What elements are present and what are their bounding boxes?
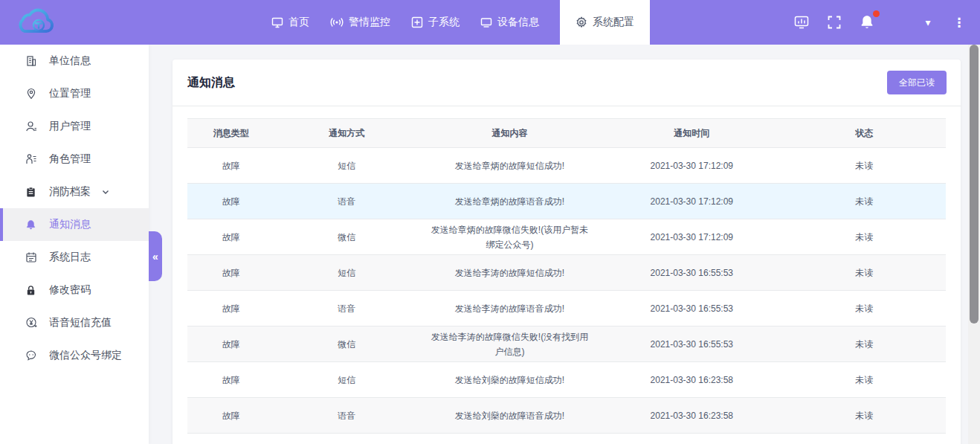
caret-down-icon[interactable]: ▾ xyxy=(919,13,937,31)
cell-content: 发送给章炳的故障短信成功! xyxy=(419,148,601,184)
sidebar-item-notifications[interactable]: 通知消息 xyxy=(0,208,149,241)
sidebar-item-fire-archives[interactable]: 消防档案 xyxy=(0,176,149,208)
cell-time: 2021-03-30 16:23:58 xyxy=(601,362,783,398)
sidebar-item-users[interactable]: 用户管理 xyxy=(0,110,149,143)
nav-item-label: 系统配置 xyxy=(593,16,634,29)
sidebar-item-system-log[interactable]: 系统日志 xyxy=(0,241,149,274)
subsystem-grid-icon xyxy=(411,16,423,28)
sidebar-item-label: 单位信息 xyxy=(49,54,91,68)
cell-status: 未读 xyxy=(783,326,946,362)
mark-all-read-button[interactable]: 全部已读 xyxy=(887,71,947,94)
role-user-icon xyxy=(25,153,37,166)
cell-content: 发送给刘燊的故障短信成功! xyxy=(419,362,601,398)
sidebar-item-label: 微信公众号绑定 xyxy=(49,349,122,362)
nav-item-alarm-monitor[interactable]: 警情监控 xyxy=(330,0,390,45)
cell-type: 故障 xyxy=(187,255,274,291)
cell-method: 微信 xyxy=(274,219,419,255)
cell-type: 故障 xyxy=(187,398,274,434)
cell-method: 微信 xyxy=(274,326,419,362)
notification-dot xyxy=(873,10,880,17)
table-header-row: 消息类型 通知方式 通知内容 通知时间 状态 xyxy=(187,119,946,148)
dashboard-screen-icon[interactable] xyxy=(793,13,810,31)
cell-content: 发送给章炳的故障微信失败!(该用户暂未绑定公众号) xyxy=(419,219,601,255)
col-header-notify-content: 通知内容 xyxy=(419,119,601,148)
cell-type: 故障 xyxy=(187,291,274,326)
page-scrollbar-thumb[interactable] xyxy=(970,45,979,324)
clipboard-icon xyxy=(25,186,37,199)
card-header: 通知消息 全部已读 xyxy=(173,59,961,106)
nav-item-subsystem[interactable]: 子系统 xyxy=(411,0,460,45)
nav-item-label: 首页 xyxy=(288,16,309,29)
notifications-card: 通知消息 全部已读 消息类型 通知方式 通知内容 通知时间 状态 故障 xyxy=(173,59,961,444)
nav-item-device-info[interactable]: 设备信息 xyxy=(480,0,539,45)
sidebar-item-change-password[interactable]: 修改密码 xyxy=(0,274,149,306)
page-scrollbar-track[interactable] xyxy=(968,45,980,444)
table-row[interactable]: 故障 语音 发送给刘燊的故障语音成功! 2021-03-30 16:23:58 … xyxy=(187,398,946,434)
table-row[interactable]: 故障 微信 发送给李涛的故障微信失败!(没有找到用户信息) 2021-03-30… xyxy=(187,326,946,362)
cell-method: 短信 xyxy=(274,255,419,291)
cell-content: 发送给刘燊的故障语音成功! xyxy=(419,398,601,434)
nav-item-label: 子系统 xyxy=(428,16,460,29)
cell-content: 发送给李涛的故障语音成功! xyxy=(419,291,601,326)
cell-content: 发送给李涛的故障短信成功! xyxy=(419,255,601,291)
table-row[interactable]: 故障 语音 发送给章炳的故障语音成功! 2021-03-30 17:12:09 … xyxy=(187,184,946,219)
sidebar-item-wechat-binding[interactable]: 微信公众号绑定 xyxy=(0,339,149,372)
cell-method: 语音 xyxy=(274,398,419,434)
sidebar-item-label: 角色管理 xyxy=(49,152,91,166)
cell-time: 2021-03-30 16:55:53 xyxy=(601,326,783,362)
cell-status: 未读 xyxy=(783,184,946,219)
gear-icon xyxy=(576,16,587,28)
table-row[interactable]: 故障 微信 发送给章炳的故障微信失败!(该用户暂未绑定公众号) 2021-03-… xyxy=(187,219,946,255)
sidebar-item-roles[interactable]: 角色管理 xyxy=(0,143,149,176)
more-vertical-icon[interactable]: ⋮ xyxy=(950,13,968,31)
nav-item-label: 设备信息 xyxy=(497,16,539,29)
table-row-partial xyxy=(187,434,946,444)
table-row[interactable]: 故障 短信 发送给刘燊的故障短信成功! 2021-03-30 16:23:58 … xyxy=(187,362,946,398)
cell-status: 未读 xyxy=(783,398,946,434)
bell-icon xyxy=(25,219,37,231)
sidebar-item-location[interactable]: 位置管理 xyxy=(0,77,149,110)
cell-method: 短信 xyxy=(274,148,419,184)
sidebar-item-label: 用户管理 xyxy=(49,120,91,133)
cell-status: 未读 xyxy=(783,148,946,184)
fullscreen-icon[interactable] xyxy=(825,13,843,31)
cell-status: 未读 xyxy=(783,255,946,291)
cell-type: 故障 xyxy=(187,219,274,255)
sidebar-item-voice-sms-recharge[interactable]: 语音短信充值 xyxy=(0,306,149,339)
cell-type: 故障 xyxy=(187,148,274,184)
sidebar-item-unit-info[interactable]: 单位信息 xyxy=(0,45,149,77)
cell-time: 2021-03-30 16:23:58 xyxy=(601,398,783,434)
home-monitor-icon xyxy=(271,16,283,28)
nav-item-label: 警情监控 xyxy=(349,16,390,29)
cell-type: 故障 xyxy=(187,362,274,398)
chevron-down-icon[interactable] xyxy=(101,187,110,196)
bell-icon[interactable] xyxy=(858,13,876,31)
sidebar-item-label: 消防档案 xyxy=(49,185,91,199)
broadcast-icon xyxy=(330,16,344,28)
page-title: 通知消息 xyxy=(187,75,235,91)
cell-time: 2021-03-30 17:12:09 xyxy=(601,184,783,219)
table-row[interactable]: 故障 短信 发送给李涛的故障短信成功! 2021-03-30 16:55:53 … xyxy=(187,255,946,291)
cell-time: 2021-03-30 17:12:09 xyxy=(601,148,783,184)
notifications-table-wrap: 消息类型 通知方式 通知内容 通知时间 状态 故障 短信 发送给章炳的故障短信成… xyxy=(173,106,961,444)
cell-method: 语音 xyxy=(274,184,419,219)
wechat-chat-icon xyxy=(25,350,37,362)
cell-method: 语音 xyxy=(274,291,419,326)
nav-item-system-config[interactable]: 系统配置 xyxy=(560,0,650,45)
device-screen-icon xyxy=(480,16,492,28)
user-icon xyxy=(25,120,37,133)
cell-status: 未读 xyxy=(783,219,946,255)
table-row[interactable]: 故障 语音 发送给李涛的故障语音成功! 2021-03-30 16:55:53 … xyxy=(187,291,946,326)
sidebar-item-label: 通知消息 xyxy=(49,218,91,231)
log-calendar-icon xyxy=(25,251,37,264)
cell-content: 发送给李涛的故障微信失败!(没有找到用户信息) xyxy=(419,326,601,362)
location-pin-icon xyxy=(25,88,37,100)
col-header-message-type: 消息类型 xyxy=(187,119,274,148)
top-navbar: 首页 警情监控 子系统 xyxy=(0,0,980,45)
sidebar: 单位信息 位置管理 用户管理 角色管理 xyxy=(0,45,149,444)
cloud-t-logo-icon[interactable] xyxy=(15,7,97,37)
nav-item-home[interactable]: 首页 xyxy=(271,0,309,45)
table-row[interactable]: 故障 短信 发送给章炳的故障短信成功! 2021-03-30 17:12:09 … xyxy=(187,148,946,184)
sidebar-collapse-handle[interactable]: « xyxy=(149,231,162,281)
collapse-icon: « xyxy=(152,251,158,263)
